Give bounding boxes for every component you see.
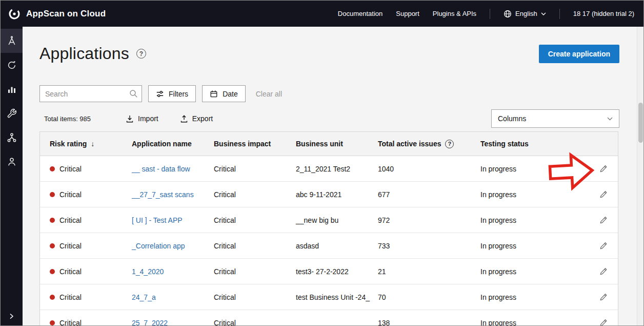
- import-button[interactable]: Import: [126, 114, 158, 123]
- total-active-issues-cell: 677: [368, 190, 471, 199]
- risk-rating-cell: Critical: [40, 165, 122, 173]
- sidebar-item-organization[interactable]: [1, 125, 23, 149]
- search-icon: [129, 89, 138, 98]
- filter-toolbar: Filters Date Clear all: [39, 85, 282, 102]
- edit-pencil-icon[interactable]: [599, 216, 608, 225]
- edit-pencil-icon[interactable]: [599, 293, 608, 302]
- application-name-link[interactable]: _Correlation app: [122, 242, 204, 250]
- critical-risk-dot: [50, 192, 55, 197]
- edit-pencil-icon[interactable]: [599, 241, 608, 251]
- columns-dropdown[interactable]: Columns: [491, 109, 619, 128]
- table-row[interactable]: Critical [ UI ] - Test APP Critical __ne…: [40, 207, 618, 233]
- row-actions-cell: [573, 241, 618, 251]
- table-toolbar: Total items: 985 Import Export Columns: [44, 109, 619, 128]
- table-row[interactable]: Critical 24_7_a Critical test Business U…: [40, 284, 618, 310]
- table-row[interactable]: Critical __27_7_sast scans Critical abc …: [40, 182, 618, 207]
- critical-risk-dot: [50, 218, 55, 223]
- sidebar-item-tools[interactable]: [1, 101, 23, 125]
- sidebar-item-applications[interactable]: [1, 29, 23, 53]
- business-unit-cell: asdasd: [286, 242, 368, 250]
- search-input[interactable]: [39, 85, 142, 102]
- search-box: [39, 85, 142, 102]
- total-items-label: Total items: 985: [44, 115, 91, 123]
- business-impact-cell: Critical: [204, 293, 286, 301]
- business-impact-cell: Critical: [204, 216, 286, 224]
- brand-title: AppScan on Cloud: [26, 9, 106, 19]
- row-actions-cell: [573, 267, 618, 276]
- business-impact-cell: Critical: [204, 190, 286, 199]
- nav-support[interactable]: Support: [396, 10, 419, 17]
- application-name-link[interactable]: 24_7_a: [122, 293, 204, 301]
- sort-descending-icon[interactable]: ↓: [91, 140, 94, 148]
- header-application-name[interactable]: Application name: [122, 140, 204, 148]
- header-business-impact[interactable]: Business impact: [204, 140, 286, 148]
- risk-rating-value: Critical: [59, 267, 82, 276]
- main-content: Applications ? Create application Filter…: [23, 27, 637, 325]
- application-name-link[interactable]: __ sast - data flow: [122, 165, 204, 173]
- vertical-scrollbar[interactable]: [637, 27, 643, 325]
- business-unit-cell: test3- 27-2-2022: [286, 267, 368, 276]
- business-impact-cell: Critical: [204, 165, 286, 173]
- sidebar: [1, 27, 23, 325]
- risk-rating-value: Critical: [59, 242, 82, 250]
- total-active-issues-cell: 972: [368, 216, 471, 224]
- edit-pencil-icon[interactable]: [599, 267, 608, 276]
- issues-help-icon[interactable]: ?: [445, 140, 454, 148]
- edit-pencil-icon[interactable]: [599, 318, 608, 326]
- risk-rating-cell: Critical: [40, 216, 122, 224]
- business-unit-cell: abc 9-11-2021: [286, 190, 368, 199]
- account-name[interactable]: 18 17 (hidden trial 2): [573, 10, 634, 17]
- testing-status-cell: In progress: [471, 319, 573, 326]
- header-risk-rating[interactable]: Risk rating ↓: [40, 140, 122, 148]
- table-row[interactable]: Critical 25_7_2022 Critical 138 In progr…: [40, 310, 618, 326]
- header-business-unit[interactable]: Business unit: [286, 140, 368, 148]
- clear-all-button[interactable]: Clear all: [256, 90, 282, 98]
- language-selector[interactable]: English: [504, 10, 546, 18]
- sidebar-item-dashboards[interactable]: [1, 77, 23, 101]
- edit-pencil-icon[interactable]: [599, 164, 608, 174]
- critical-risk-dot: [50, 295, 55, 300]
- risk-rating-cell: Critical: [40, 242, 122, 250]
- page-help-icon[interactable]: ?: [136, 49, 146, 59]
- create-application-button[interactable]: Create application: [539, 45, 619, 63]
- header-total-active-issues[interactable]: Total active issues ?: [368, 140, 471, 148]
- sidebar-item-users[interactable]: [1, 149, 23, 174]
- topbar: AppScan on Cloud Documentation Support P…: [1, 1, 643, 27]
- scrollbar-thumb[interactable]: [638, 103, 643, 143]
- calendar-icon: [210, 90, 218, 98]
- edit-pencil-icon[interactable]: [599, 190, 608, 199]
- total-active-issues-cell: 733: [368, 242, 471, 250]
- scans-icon: [7, 60, 17, 70]
- row-actions-cell: [573, 190, 618, 199]
- table-header-row: Risk rating ↓ Application name Business …: [40, 132, 618, 156]
- total-active-issues-cell: 21: [368, 267, 471, 276]
- nav-documentation[interactable]: Documentation: [338, 10, 383, 17]
- filters-button[interactable]: Filters: [148, 85, 196, 102]
- import-icon: [126, 114, 134, 123]
- sidebar-expand-chevron[interactable]: [1, 313, 23, 319]
- testing-status-cell: In progress: [471, 165, 573, 173]
- chevron-down-icon: [541, 12, 546, 15]
- row-actions-cell: [573, 164, 618, 174]
- table-row[interactable]: Critical __ sast - data flow Critical 2_…: [40, 156, 618, 182]
- business-unit-cell: __new big bu: [286, 216, 368, 224]
- export-button[interactable]: Export: [180, 114, 213, 123]
- sidebar-item-scans[interactable]: [1, 53, 23, 77]
- header-testing-status[interactable]: Testing status: [471, 140, 573, 148]
- filters-label: Filters: [169, 90, 188, 98]
- table-row[interactable]: Critical 1_4_2020 Critical test3- 27-2-2…: [40, 259, 618, 284]
- total-active-issues-cell: 138: [368, 319, 471, 326]
- critical-risk-dot: [50, 269, 55, 274]
- risk-rating-cell: Critical: [40, 293, 122, 301]
- application-name-link[interactable]: 1_4_2020: [122, 267, 204, 276]
- risk-rating-cell: Critical: [40, 319, 122, 326]
- table-row[interactable]: Critical _Correlation app Critical asdas…: [40, 233, 618, 259]
- nav-plugins-apis[interactable]: Plugins & APIs: [433, 10, 476, 17]
- date-button[interactable]: Date: [202, 85, 246, 102]
- application-name-link[interactable]: [ UI ] - Test APP: [122, 216, 204, 224]
- business-impact-cell: Critical: [204, 319, 286, 326]
- application-name-link[interactable]: 25_7_2022: [122, 319, 204, 326]
- application-name-link[interactable]: __27_7_sast scans: [122, 190, 204, 199]
- brand: AppScan on Cloud: [8, 7, 106, 21]
- appscan-logo-icon: [8, 7, 21, 21]
